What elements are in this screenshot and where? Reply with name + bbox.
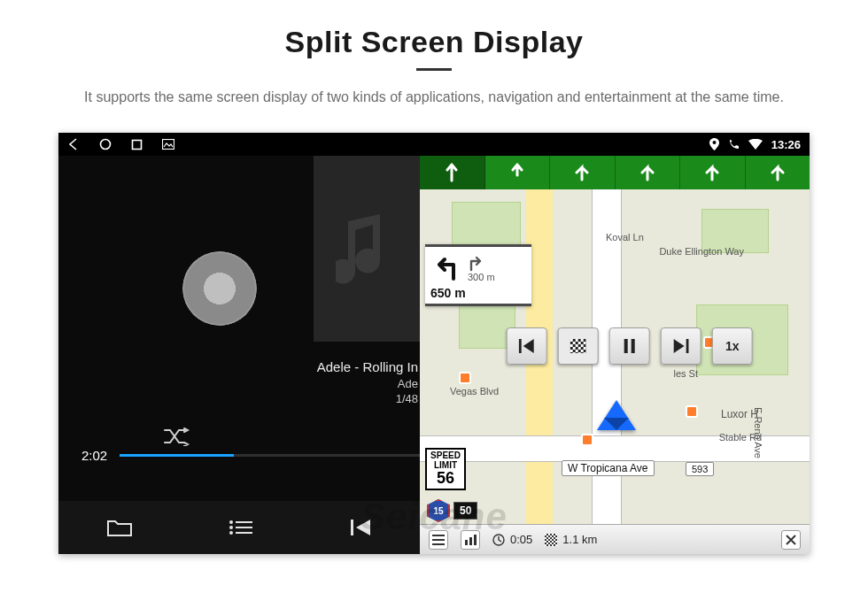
playlist-icon[interactable] xyxy=(228,519,254,536)
track-index: 1/48 xyxy=(317,391,418,407)
street-label: Stable Rd xyxy=(719,432,762,443)
turn-left-icon xyxy=(430,252,461,282)
lane-arrow xyxy=(550,156,616,189)
lane-arrow xyxy=(485,156,551,189)
music-note-icon xyxy=(336,209,398,289)
turn-right-icon xyxy=(468,254,485,272)
eta-stat: 0:05 xyxy=(492,533,532,546)
page-title: Split Screen Display xyxy=(0,25,868,59)
track-artist: Ade xyxy=(317,376,418,392)
poi-marker[interactable] xyxy=(459,372,471,384)
lane-arrow xyxy=(746,156,810,189)
poi-label: Luxor H xyxy=(716,407,763,421)
wifi-icon xyxy=(748,139,763,150)
svg-point-6 xyxy=(229,526,233,529)
turn-panel: 300 m 650 m xyxy=(425,244,531,306)
poi-marker[interactable] xyxy=(686,405,698,418)
shuffle-icon[interactable] xyxy=(163,427,190,446)
nav-close-button[interactable] xyxy=(781,530,801,550)
svg-point-4 xyxy=(229,520,233,524)
svg-rect-20 xyxy=(432,539,445,541)
previous-track-icon[interactable] xyxy=(349,518,372,537)
vehicle-heading-icon xyxy=(597,400,636,430)
sim-pause-button[interactable] xyxy=(609,327,650,365)
nav-menu-button[interactable] xyxy=(429,530,448,550)
progress-fill xyxy=(120,454,234,457)
svg-rect-13 xyxy=(570,339,586,353)
nav-bottom-bar: 0:05 1.1 km xyxy=(420,524,810,554)
page-subtitle: It supports the same screen display of t… xyxy=(44,87,824,108)
cross-road-label: W Tropicana Ave xyxy=(562,460,655,476)
svg-rect-18 xyxy=(686,339,689,353)
progress-row: 2:02 xyxy=(58,412,420,463)
svg-rect-1 xyxy=(133,140,142,149)
next-turn-distance: 300 m xyxy=(468,272,495,282)
svg-rect-5 xyxy=(236,521,252,523)
elapsed-time: 2:02 xyxy=(81,448,107,463)
sim-prev-button[interactable] xyxy=(507,327,547,365)
device-frame: 13:26 Adele - Rolling In Ade 1/48 xyxy=(58,133,810,554)
speed-limit-sign: SPEED LIMIT 56 xyxy=(425,448,466,490)
interstate-shield: 15 xyxy=(427,499,450,522)
poi-marker[interactable] xyxy=(581,434,593,446)
title-underline xyxy=(416,68,452,71)
flag-icon xyxy=(545,534,557,546)
turn-distance: 650 m xyxy=(430,286,526,300)
speed-limit-label: SPEED LIMIT xyxy=(427,451,464,470)
lane-arrow xyxy=(616,156,681,189)
svg-rect-9 xyxy=(236,532,252,534)
progress-bar[interactable] xyxy=(120,454,420,457)
nav-chart-button[interactable] xyxy=(461,530,480,550)
track-info: Adele - Rolling In Ade 1/48 xyxy=(317,358,420,407)
nav-back-icon[interactable] xyxy=(67,138,80,150)
svg-rect-21 xyxy=(432,543,445,545)
music-player-pane: Adele - Rolling In Ade 1/48 2:02 xyxy=(58,156,420,554)
lane-arrow xyxy=(420,156,485,189)
status-bar: 13:26 xyxy=(58,133,810,156)
eta-value: 0:05 xyxy=(510,533,532,546)
distance-stat: 1.1 km xyxy=(545,533,597,546)
svg-rect-24 xyxy=(474,535,477,545)
status-clock: 13:26 xyxy=(771,138,801,151)
svg-rect-19 xyxy=(432,535,445,536)
street-label: Duke Ellington Way xyxy=(659,246,744,257)
svg-rect-16 xyxy=(624,339,628,353)
street-label: les St xyxy=(673,368,698,379)
svg-rect-23 xyxy=(469,537,472,545)
svg-rect-11 xyxy=(519,339,522,353)
svg-rect-2 xyxy=(163,140,174,150)
split-workspace: Adele - Rolling In Ade 1/48 2:02 xyxy=(58,156,810,554)
sim-media-controls: 1x xyxy=(507,327,753,365)
route-shield-group: 15 50 xyxy=(427,499,477,522)
nav-home-icon[interactable] xyxy=(99,138,112,150)
street-label: Vegas Blvd xyxy=(450,386,499,397)
svg-rect-10 xyxy=(351,520,353,535)
album-art-area: Adele - Rolling In Ade 1/48 xyxy=(58,156,420,412)
svg-point-8 xyxy=(229,531,233,535)
track-title: Adele - Rolling In xyxy=(317,358,418,376)
phone-icon xyxy=(728,139,740,150)
player-bottom-bar xyxy=(58,501,420,554)
folder-icon[interactable] xyxy=(106,518,133,537)
nav-recent-icon[interactable] xyxy=(131,139,143,150)
album-placeholder xyxy=(314,156,420,342)
svg-point-3 xyxy=(712,141,716,144)
svg-rect-7 xyxy=(236,527,252,528)
sim-speed-button[interactable]: 1x xyxy=(712,327,753,365)
gps-icon xyxy=(709,138,719,150)
street-label: Koval Ln xyxy=(606,232,644,243)
sim-flag-button[interactable] xyxy=(558,327,599,365)
navigation-pane: S Las Vegas Blvd Koval Ln Duke Ellington… xyxy=(420,156,810,554)
sim-next-button[interactable] xyxy=(661,327,701,365)
svg-rect-27 xyxy=(545,534,557,546)
current-speed: 50 xyxy=(453,502,477,520)
distance-value: 1.1 km xyxy=(562,533,597,546)
svg-rect-22 xyxy=(465,540,468,545)
clock-icon xyxy=(492,534,505,546)
map-canvas[interactable]: Koval Ln Duke Ellington Way Vegas Blvd l… xyxy=(420,189,810,524)
now-playing-disc[interactable] xyxy=(182,251,257,326)
notification-image-icon[interactable] xyxy=(162,139,174,150)
lane-guidance-bar xyxy=(420,156,810,189)
svg-rect-17 xyxy=(632,339,635,353)
speed-limit-value: 56 xyxy=(427,470,464,487)
